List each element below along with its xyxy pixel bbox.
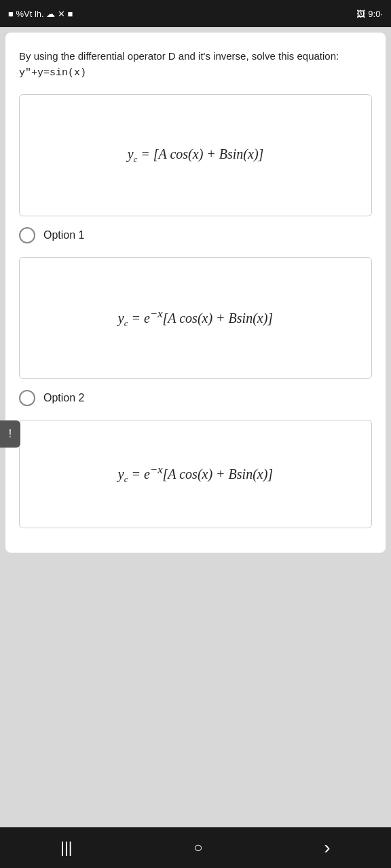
option-row-1[interactable]: Option 1 <box>19 224 372 246</box>
option-label-1: Option 1 <box>43 229 84 241</box>
question-text: By using the differential operator D and… <box>19 49 372 81</box>
option-container-2: yc = e−x[A cos(x) + Bsin(x)] Option 2 <box>19 257 372 409</box>
nav-home-button[interactable]: ○ <box>177 833 219 862</box>
main-card: By using the differential operator D and… <box>5 33 386 553</box>
formula-box-3: yc = e−x[A cos(x) + Bsin(x)] <box>19 420 372 528</box>
nav-bar: ||| ○ › <box>0 827 391 868</box>
option-container-3: yc = e−x[A cos(x) + Bsin(x)] <box>19 420 372 528</box>
formula-box-1: yc = [A cos(x) + Bsin(x)] <box>19 94 372 216</box>
option-container-1: yc = [A cos(x) + Bsin(x)] Option 1 <box>19 94 372 246</box>
side-bubble-button[interactable]: ! <box>0 420 20 448</box>
status-bar: ■ %Vt lh. ☁ ✕ ■ 🖼 9:0· <box>0 0 391 27</box>
battery-icon: 🖼 <box>356 9 365 19</box>
status-left: ■ %Vt lh. ☁ ✕ ■ <box>8 9 73 19</box>
nav-forward-icon: › <box>324 837 330 859</box>
option-row-2[interactable]: Option 2 <box>19 387 372 409</box>
radio-option-2[interactable] <box>19 390 35 406</box>
formula-2: yc = e−x[A cos(x) + Bsin(x)] <box>118 307 273 329</box>
content-area: By using the differential operator D and… <box>0 27 391 827</box>
formula-box-2: yc = e−x[A cos(x) + Bsin(x)] <box>19 257 372 379</box>
formula-1: yc = [A cos(x) + Bsin(x)] <box>128 146 264 165</box>
nav-forward-button[interactable]: › <box>308 831 346 864</box>
formula-3: yc = e−x[A cos(x) + Bsin(x)] <box>118 463 273 485</box>
radio-option-1[interactable] <box>19 227 35 243</box>
question-equation: y"+y=sin(x) <box>19 67 86 79</box>
nav-home-icon: ○ <box>193 839 202 856</box>
status-right: 🖼 9:0· <box>356 9 383 19</box>
status-icons: ■ %Vt lh. ☁ ✕ ■ <box>8 9 73 19</box>
option-label-2: Option 2 <box>43 392 84 404</box>
nav-back-button[interactable]: ||| <box>44 833 88 862</box>
question-part1: By using the differential operator D and… <box>19 50 339 62</box>
side-bubble-icon: ! <box>9 428 12 440</box>
nav-back-icon: ||| <box>60 839 72 856</box>
time-display: 9:0· <box>368 9 383 19</box>
